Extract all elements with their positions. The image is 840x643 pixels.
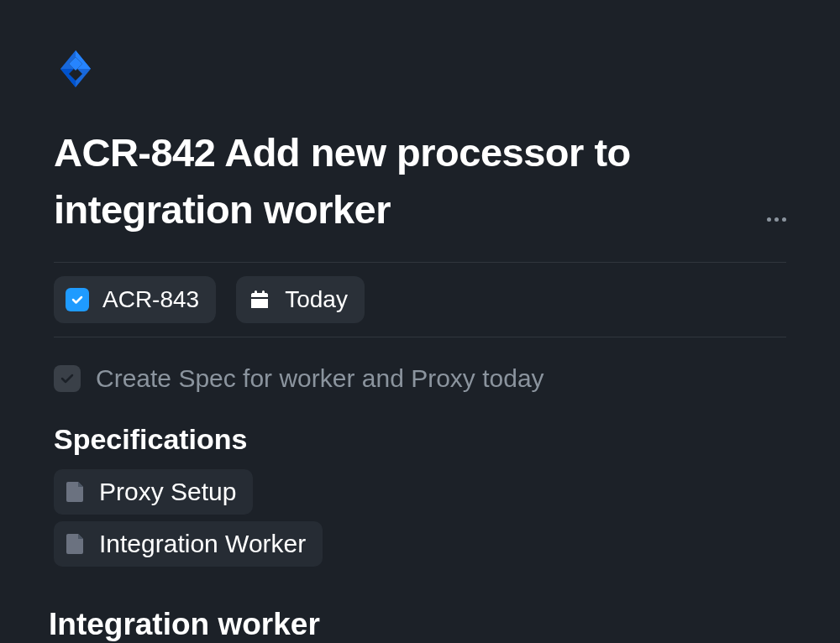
todo-text: Create Spec for worker and Proxy today: [96, 364, 544, 393]
date-chip[interactable]: Today: [236, 276, 365, 323]
jira-logo-icon: [54, 47, 786, 94]
spec-item[interactable]: Integration Worker: [54, 521, 323, 567]
document-icon: [66, 480, 86, 504]
document-icon: [66, 532, 86, 556]
issue-chip[interactable]: ACR-843: [54, 276, 216, 323]
divider: [54, 262, 786, 263]
checkbox-checked-icon[interactable]: [54, 365, 81, 392]
checkbox-checked-icon: [66, 288, 89, 311]
divider: [54, 337, 786, 337]
more-options-icon[interactable]: [767, 217, 786, 222]
spec-list: Proxy Setup Integration Worker: [54, 469, 786, 567]
spec-item[interactable]: Proxy Setup: [54, 469, 253, 515]
spec-item-label: Proxy Setup: [99, 478, 236, 506]
svg-rect-11: [263, 291, 265, 295]
spec-item-label: Integration Worker: [99, 530, 306, 558]
page-title: ACR-842 Add new processor to integration…: [54, 124, 747, 238]
svg-rect-10: [255, 291, 257, 295]
issue-chip-label: ACR-843: [102, 286, 199, 313]
svg-rect-7: [251, 294, 268, 308]
specifications-heading: Specifications: [54, 423, 786, 456]
todo-item[interactable]: Create Spec for worker and Proxy today: [54, 364, 786, 393]
date-chip-label: Today: [285, 286, 348, 313]
calendar-icon: [248, 288, 271, 311]
section-heading: Integration worker: [49, 607, 786, 642]
